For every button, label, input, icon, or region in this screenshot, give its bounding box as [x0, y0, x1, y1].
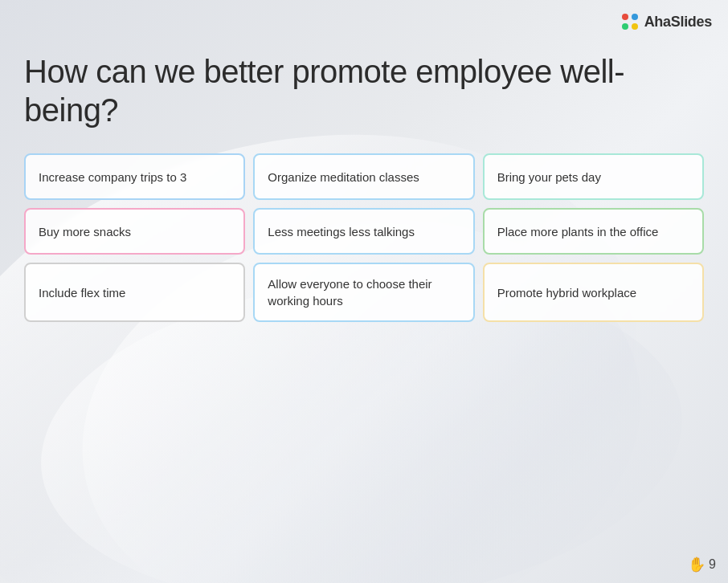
- logo-text: AhaSlides: [644, 14, 712, 31]
- option-card-card-2[interactable]: Organize meditation classes: [253, 153, 474, 200]
- option-card-card-6[interactable]: Place more plants in the office: [483, 208, 704, 255]
- option-card-card-4[interactable]: Buy more snacks: [24, 208, 245, 255]
- option-card-card-1[interactable]: Increase company trips to 3: [24, 153, 245, 200]
- participant-number: 9: [709, 557, 716, 572]
- cards-grid: Increase company trips to 3Organize medi…: [24, 153, 704, 322]
- option-card-card-3[interactable]: Bring your pets day: [483, 153, 704, 200]
- option-card-card-5[interactable]: Less meetings less talkings: [253, 208, 474, 255]
- participant-count-area: ✋ 9: [688, 556, 716, 573]
- svg-point-2: [622, 23, 628, 30]
- svg-point-1: [632, 14, 638, 20]
- hand-icon: ✋: [688, 556, 706, 573]
- logo-area: AhaSlides: [620, 12, 712, 31]
- option-card-card-9[interactable]: Promote hybrid workplace: [483, 263, 704, 322]
- main-content: How can we better promote employee well-…: [0, 0, 728, 338]
- option-card-card-8[interactable]: Allow everyone to choose their working h…: [253, 263, 474, 322]
- question-title: How can we better promote employee well-…: [24, 52, 704, 129]
- svg-point-0: [622, 14, 628, 20]
- svg-point-3: [632, 23, 638, 30]
- option-card-card-7[interactable]: Include flex time: [24, 263, 245, 322]
- ahaslides-logo-icon: [620, 12, 640, 31]
